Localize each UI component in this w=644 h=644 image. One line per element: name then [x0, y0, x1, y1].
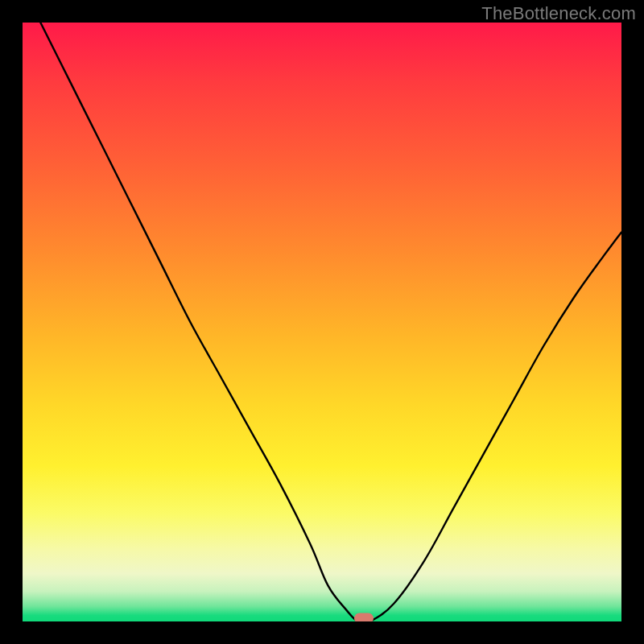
optimal-point-marker — [354, 613, 374, 621]
bottleneck-curve — [23, 23, 621, 621]
plot-area — [23, 23, 621, 621]
chart-frame: TheBottleneck.com — [0, 0, 644, 644]
curve-path — [40, 23, 621, 621]
watermark-text: TheBottleneck.com — [481, 3, 636, 24]
